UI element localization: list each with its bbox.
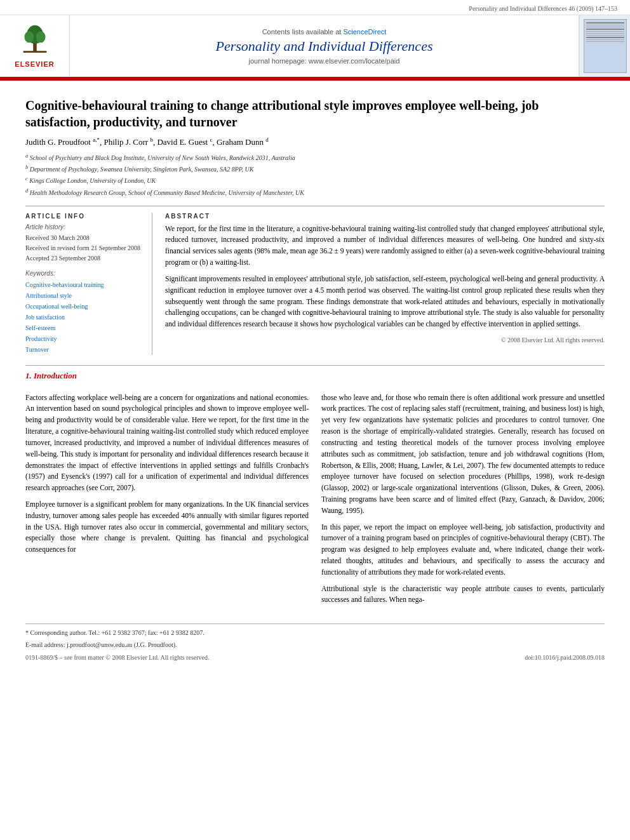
authors-line: Judith G. Proudfoot a,*, Philip J. Corr … [25, 137, 605, 147]
svg-rect-4 [23, 51, 46, 53]
received-date: Received 30 March 2008 [25, 233, 143, 243]
journal-homepage: journal homepage: www.elsevier.com/locat… [249, 57, 400, 65]
svg-rect-1 [33, 43, 37, 51]
affil-b: b Department of Psychology, Swansea Univ… [25, 166, 254, 173]
affil-d: d Health Methodology Research Group, Sch… [25, 189, 304, 196]
article-title: Cognitive-behavioural training to change… [25, 97, 605, 130]
accepted-date: Accepted 23 September 2008 [25, 253, 143, 263]
intro-para-4: In this paper, we report the impact on e… [321, 522, 605, 578]
keyword-4: Job satisfaction [25, 312, 143, 323]
page-footer: * Corresponding author. Tel.: +61 2 9382… [25, 623, 605, 661]
affil-a: a School of Psychiatry and Black Dog Ins… [25, 154, 295, 161]
abstract-column: ABSTRACT We report, for the first time i… [165, 213, 605, 355]
intro-para-1: Factors affecting workplace well-being a… [25, 392, 309, 494]
journal-header: Personality and Individual Differences 4… [0, 0, 630, 78]
svg-point-2 [24, 31, 34, 43]
keyword-2: Attributional style [25, 290, 143, 301]
page: Personality and Individual Differences 4… [0, 0, 630, 840]
intro-para-3: those who leave and, for those who remai… [321, 392, 605, 517]
affil-c: c Kings College London, University of Lo… [25, 177, 156, 184]
journal-thumbnail [579, 15, 630, 77]
intro-para-2: Employee turnover is a significant probl… [25, 499, 309, 556]
copyright-notice: © 2008 Elsevier Ltd. All rights reserved… [165, 337, 605, 343]
abstract-para-2: Significant improvements resulted in emp… [165, 274, 605, 330]
article-info-label: ARTICLE INFO [25, 213, 143, 220]
revised-date: Received in revised form 21 September 20… [25, 243, 143, 253]
body-col-right: those who leave and, for those who remai… [321, 392, 605, 611]
journal-header-main: ELSEVIER Contents lists available at Sci… [0, 15, 630, 77]
body-content: Factors affecting workplace well-being a… [25, 392, 605, 611]
footer-bottom: 0191-8869/$ – see front matter © 2008 El… [25, 654, 605, 661]
content-area: Cognitive-behavioural training to change… [0, 81, 630, 674]
body-col-left: Factors affecting workplace well-being a… [25, 392, 309, 611]
doi-notice: doi:10.1016/j.paid.2008.09.018 [525, 654, 605, 661]
history-label: Article history: [25, 223, 143, 230]
affiliations: a School of Psychiatry and Black Dog Ins… [25, 151, 605, 197]
journal-title-header: Personality and Individual Differences [216, 38, 433, 55]
elsevier-tree-icon [16, 24, 54, 59]
issn-notice: 0191-8869/$ – see front matter © 2008 El… [25, 654, 209, 661]
body-divider [25, 365, 605, 366]
section-divider [25, 206, 605, 206]
svg-point-3 [36, 31, 45, 43]
keyword-6: Productivity [25, 333, 143, 344]
corresponding-note: * Corresponding author. Tel.: +61 2 9382… [25, 628, 605, 638]
email-note: E-mail address: j.proudfoot@unsw.edu.au … [25, 640, 605, 650]
keyword-3: Occupational well-being [25, 301, 143, 312]
journal-center: Contents lists available at ScienceDirec… [70, 15, 579, 77]
keyword-1: Cognitive-behavioural training [25, 279, 143, 290]
sciencedirect-link[interactable]: ScienceDirect [343, 28, 386, 36]
journal-cover-thumbnail [584, 19, 627, 73]
sciencedirect-line: Contents lists available at ScienceDirec… [262, 28, 387, 36]
intro-para-5: Attributional style is the characteristi… [321, 583, 605, 606]
article-info-column: ARTICLE INFO Article history: Received 3… [25, 213, 152, 355]
abstract-text: We report, for the first time in the lit… [165, 223, 605, 330]
elsevier-logo: ELSEVIER [0, 15, 70, 77]
keyword-7: Turnover [25, 344, 143, 355]
abstract-para-1: We report, for the first time in the lit… [165, 223, 605, 269]
journal-meta: Personality and Individual Differences 4… [0, 5, 630, 15]
keyword-5: Self-esteem [25, 323, 143, 333]
keywords-label: Keywords: [25, 270, 143, 277]
elsevier-label: ELSEVIER [15, 60, 54, 68]
abstract-label: ABSTRACT [165, 213, 605, 220]
introduction-heading: 1. Introduction [25, 371, 605, 381]
article-info-abstract: ARTICLE INFO Article history: Received 3… [25, 213, 605, 355]
